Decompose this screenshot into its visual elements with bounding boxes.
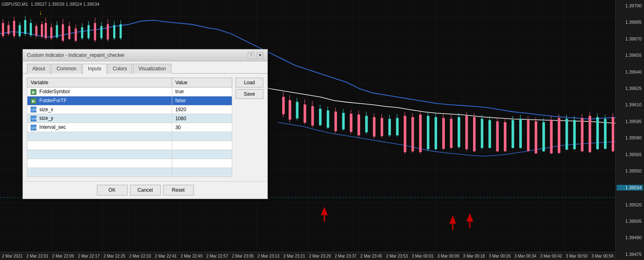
table-row-empty-2 [27,141,232,150]
price-1: 1.39700 [617,3,643,8]
var-icon-4: 123 [31,116,36,121]
reset-button[interactable]: Reset [163,185,194,195]
var-name-4: 123 size_y [27,114,172,123]
dialog-help-button[interactable]: ? [248,52,254,58]
table-container: Variable Value ▶ FolderSymbol true [27,78,232,177]
time-5: 2 Mar 22:33 [129,254,151,258]
svg-rect-134 [489,120,491,148]
time-21: 3 Mar 00:42 [540,254,562,258]
price-6: 1.39625 [617,86,643,91]
price-5: 1.39640 [617,69,643,74]
time-2: 2 Mar 22:09 [52,254,74,258]
var-name-2: ▶ FolderForTF [27,96,172,105]
tab-inputs[interactable]: Inputs [83,64,107,74]
var-icon-2: ▶ [31,98,36,104]
dialog-controls: ? × [248,52,263,58]
var-name-3: 123 size_x [27,105,172,114]
dialog-tabs: About Common Inputs Colors Visualization [23,61,267,74]
price-2: 1.39685 [617,20,643,25]
price-13: 1.39505 [617,219,643,224]
table-row[interactable]: 123 size_x 1920 [27,105,232,114]
svg-rect-116 [420,115,422,152]
time-17: 3 Mar 00:09 [438,254,459,258]
svg-rect-144 [527,120,529,150]
table-wrapper: Variable Value ▶ FolderSymbol true [27,78,263,177]
price-15: 1.39475 [617,252,643,257]
price-highlight: 1.39534 [617,185,643,191]
time-15: 2 Mar 23:53 [386,254,408,258]
var-value-3[interactable]: 1920 [172,105,232,114]
time-8: 2 Mar 22:57 [206,254,228,258]
tab-about[interactable]: About [27,64,50,74]
price-4: 1.39655 [617,53,643,58]
cancel-button[interactable]: Cancel [130,185,161,195]
time-1: 2 Mar 22:01 [27,254,48,258]
table-row[interactable]: ▶ FolderForTF false [27,96,232,105]
var-icon-3: 123 [31,107,36,112]
dialog-title: Custom Indicator - indicator_repaint_che… [27,52,125,58]
time-10: 2 Mar 23:13 [258,254,279,258]
table-row-empty-5 [27,168,232,177]
ohlc-label: 1.39527 1.39539 1.39524 1.39534 [31,2,99,7]
table-row-empty-1 [27,132,232,141]
tab-colors[interactable]: Colors [108,64,132,74]
svg-marker-174 [321,207,328,215]
yellow-arrow-indicator: ↓ [39,9,42,16]
time-11: 2 Mar 23:21 [283,254,305,258]
price-3: 1.39670 [617,36,643,41]
price-8: 1.39595 [617,119,643,124]
price-14: 1.39490 [617,235,643,240]
var-value-1[interactable]: true [172,87,232,96]
symbol-info: GBPUSD,M1 1.39527 1.39539 1.39524 1.3953… [2,2,99,7]
var-icon-5: 123 [31,125,36,130]
dialog-content: Variable Value ▶ FolderSymbol true [23,74,267,181]
time-16: 3 Mar 00:01 [412,254,433,258]
table-row[interactable]: 123 size_y 1080 [27,114,232,123]
price-12: 1.39520 [617,202,643,207]
time-22: 3 Mar 00:50 [566,254,588,258]
time-6: 2 Mar 22:41 [155,254,177,258]
col-variable: Variable [27,78,172,87]
time-9: 2 Mar 23:05 [232,254,254,258]
svg-rect-126 [458,117,460,147]
dialog[interactable]: Custom Indicator - indicator_repaint_che… [22,49,268,199]
table-row[interactable]: ▶ FolderSymbol true [27,87,232,96]
time-axis: 2 Mar 2021 2 Mar 22:01 2 Mar 22:09 2 Mar… [0,252,615,260]
price-9: 1.39580 [617,135,643,140]
time-12: 2 Mar 23:29 [309,254,331,258]
time-7: 2 Mar 22:49 [181,254,202,258]
symbol-label: GBPUSD,M1 [2,2,28,7]
time-20: 3 Mar 00:34 [514,254,536,258]
load-save-buttons: Load Save [236,78,263,177]
dialog-close-button[interactable]: × [257,52,263,58]
time-14: 2 Mar 23:45 [360,254,382,258]
time-0: 2 Mar 2021 [2,254,23,258]
params-table: Variable Value ▶ FolderSymbol true [27,78,232,177]
var-name-5: 123 Interval_sec [27,123,172,132]
price-11: 1.39550 [617,168,643,173]
price-axis: 1.39700 1.39685 1.39670 1.39655 1.39640 … [615,0,644,260]
var-icon-1: ▶ [31,89,36,95]
dialog-buttons: OK Cancel Reset [23,181,267,199]
save-button[interactable]: Save [236,89,263,99]
table-row-empty-3 [27,150,232,159]
price-10: 1.39565 [617,152,643,157]
ok-button[interactable]: OK [97,185,128,195]
dialog-titlebar[interactable]: Custom Indicator - indicator_repaint_che… [23,49,267,61]
time-3: 2 Mar 22:17 [78,254,99,258]
var-name-1: ▶ FolderSymbol [27,87,172,96]
time-4: 2 Mar 22:25 [103,254,125,258]
table-row[interactable]: 123 Interval_sec 30 [27,123,232,132]
svg-rect-164 [604,119,606,148]
tab-common[interactable]: Common [51,64,82,74]
svg-rect-154 [565,119,568,149]
tab-visualization[interactable]: Visualization [133,64,171,74]
var-value-5[interactable]: 30 [172,123,232,132]
var-value-4[interactable]: 1080 [172,114,232,123]
time-19: 3 Mar 00:26 [489,254,510,258]
var-value-2[interactable]: false [172,96,232,105]
col-value: Value [172,78,232,87]
load-button[interactable]: Load [236,78,263,87]
table-row-empty-4 [27,159,232,168]
time-23: 3 Mar 00:58 [592,254,613,258]
